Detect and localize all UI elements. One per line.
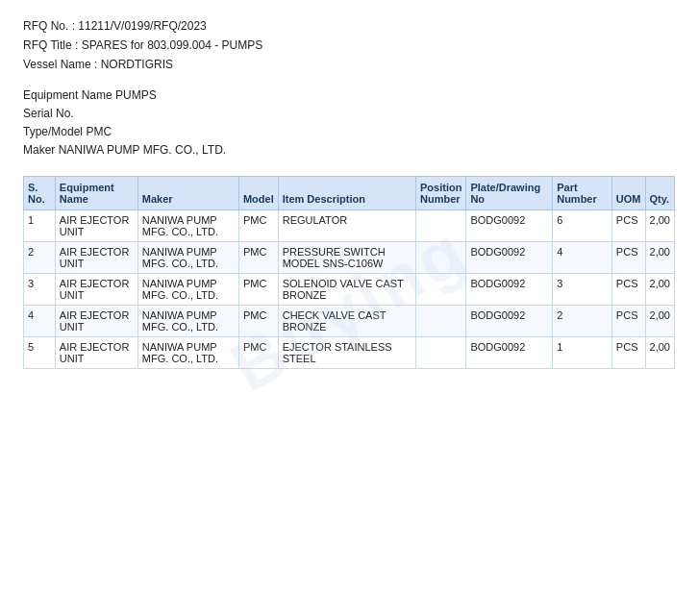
equipment-name-line: Equipment Name PUMPS: [23, 88, 675, 102]
rfq-no-line: RFQ No. : 11211/V/0199/RFQ/2023: [23, 19, 675, 33]
cell-equipment-name: AIR EJECTOR UNIT: [55, 306, 137, 337]
cell-plate-drawing-no: BODG0092: [466, 210, 553, 242]
cell-sno: 2: [24, 242, 56, 274]
rfq-title-label: RFQ Title :: [23, 38, 82, 52]
rfq-no-label: RFQ No. :: [23, 19, 78, 33]
cell-item-description: SOLENOID VALVE CAST BRONZE: [278, 274, 415, 306]
items-table-container: S. No. Equipment Name Maker Model Item D…: [23, 176, 675, 369]
items-table: S. No. Equipment Name Maker Model Item D…: [23, 176, 675, 369]
cell-model: PMC: [238, 242, 278, 274]
cell-maker: NANIWA PUMP MFG. CO., LTD.: [137, 210, 238, 242]
equipment-name-value: PUMPS: [115, 88, 157, 102]
cell-qty: 2,00: [645, 210, 674, 242]
cell-position-number: [416, 306, 466, 337]
equipment-name-label: Equipment Name: [23, 88, 115, 102]
maker-label: Maker: [23, 143, 59, 157]
rfq-no-value: 11211/V/0199/RFQ/2023: [78, 19, 206, 33]
cell-part-number: 1: [553, 337, 612, 369]
cell-item-description: PRESSURE SWITCH MODEL SNS-C106W: [278, 242, 415, 274]
cell-plate-drawing-no: BODG0092: [466, 306, 553, 337]
rfq-title-line: RFQ Title : SPARES for 803.099.004 - PUM…: [23, 38, 675, 52]
cell-sno: 3: [24, 274, 56, 306]
cell-plate-drawing-no: BODG0092: [466, 337, 553, 369]
cell-model: PMC: [238, 306, 278, 337]
table-row: 3 AIR EJECTOR UNIT NANIWA PUMP MFG. CO.,…: [24, 274, 675, 306]
col-uom: UOM: [611, 177, 645, 210]
vessel-name-line: Vessel Name : NORDTIGRIS: [23, 58, 675, 71]
cell-position-number: [416, 337, 466, 369]
cell-maker: NANIWA PUMP MFG. CO., LTD.: [137, 337, 238, 369]
cell-qty: 2,00: [645, 306, 674, 337]
col-plate-drawing-no: Plate/Drawing No: [466, 177, 553, 210]
type-model-label: Type/Model: [23, 125, 86, 138]
cell-part-number: 6: [553, 210, 612, 242]
cell-model: PMC: [238, 337, 278, 369]
col-position-number: PositionNumber: [416, 177, 466, 210]
serial-no-label: Serial No.: [23, 107, 74, 120]
meta-section: Equipment Name PUMPS Serial No. Type/Mod…: [23, 88, 675, 157]
cell-model: PMC: [238, 274, 278, 306]
cell-qty: 2,00: [645, 274, 674, 306]
col-equipment-name: Equipment Name: [55, 177, 137, 210]
cell-sno: 1: [24, 210, 56, 242]
cell-item-description: REGULATOR: [278, 210, 415, 242]
type-model-value: PMC: [86, 125, 112, 138]
cell-uom: PCS: [611, 337, 645, 369]
cell-item-description: CHECK VALVE CAST BRONZE: [278, 306, 415, 337]
vessel-name-label: Vessel Name :: [23, 58, 101, 71]
cell-qty: 2,00: [645, 337, 674, 369]
serial-no-line: Serial No.: [23, 107, 675, 120]
cell-item-description: EJECTOR STAINLESS STEEL: [278, 337, 415, 369]
table-row: 2 AIR EJECTOR UNIT NANIWA PUMP MFG. CO.,…: [24, 242, 675, 274]
cell-maker: NANIWA PUMP MFG. CO., LTD.: [137, 274, 238, 306]
table-header-row: S. No. Equipment Name Maker Model Item D…: [24, 177, 675, 210]
cell-model: PMC: [238, 210, 278, 242]
cell-qty: 2,00: [645, 242, 674, 274]
type-model-line: Type/Model PMC: [23, 125, 675, 138]
cell-part-number: 2: [553, 306, 612, 337]
col-qty: Qty.: [645, 177, 674, 210]
cell-uom: PCS: [611, 210, 645, 242]
maker-value: NANIWA PUMP MFG. CO., LTD.: [59, 143, 226, 157]
cell-equipment-name: AIR EJECTOR UNIT: [55, 337, 137, 369]
cell-plate-drawing-no: BODG0092: [466, 242, 553, 274]
maker-line: Maker NANIWA PUMP MFG. CO., LTD.: [23, 143, 675, 157]
cell-sno: 5: [24, 337, 56, 369]
col-maker: Maker: [137, 177, 238, 210]
cell-position-number: [416, 210, 466, 242]
cell-sno: 4: [24, 306, 56, 337]
cell-uom: PCS: [611, 306, 645, 337]
vessel-name-value: NORDTIGRIS: [101, 58, 173, 71]
header-section: RFQ No. : 11211/V/0199/RFQ/2023 RFQ Titl…: [23, 19, 675, 71]
cell-plate-drawing-no: BODG0092: [466, 274, 553, 306]
cell-part-number: 4: [553, 242, 612, 274]
cell-maker: NANIWA PUMP MFG. CO., LTD.: [137, 306, 238, 337]
table-row: 1 AIR EJECTOR UNIT NANIWA PUMP MFG. CO.,…: [24, 210, 675, 242]
cell-maker: NANIWA PUMP MFG. CO., LTD.: [137, 242, 238, 274]
col-sno: S. No.: [24, 177, 56, 210]
rfq-title-value: SPARES for 803.099.004 - PUMPS: [82, 38, 263, 52]
col-model: Model: [238, 177, 278, 210]
cell-part-number: 3: [553, 274, 612, 306]
col-item-description: Item Description: [278, 177, 415, 210]
cell-position-number: [416, 242, 466, 274]
cell-position-number: [416, 274, 466, 306]
cell-equipment-name: AIR EJECTOR UNIT: [55, 210, 137, 242]
cell-uom: PCS: [611, 242, 645, 274]
cell-equipment-name: AIR EJECTOR UNIT: [55, 242, 137, 274]
cell-equipment-name: AIR EJECTOR UNIT: [55, 274, 137, 306]
cell-uom: PCS: [611, 274, 645, 306]
col-part-number: Part Number: [553, 177, 612, 210]
table-row: 5 AIR EJECTOR UNIT NANIWA PUMP MFG. CO.,…: [24, 337, 675, 369]
table-row: 4 AIR EJECTOR UNIT NANIWA PUMP MFG. CO.,…: [24, 306, 675, 337]
